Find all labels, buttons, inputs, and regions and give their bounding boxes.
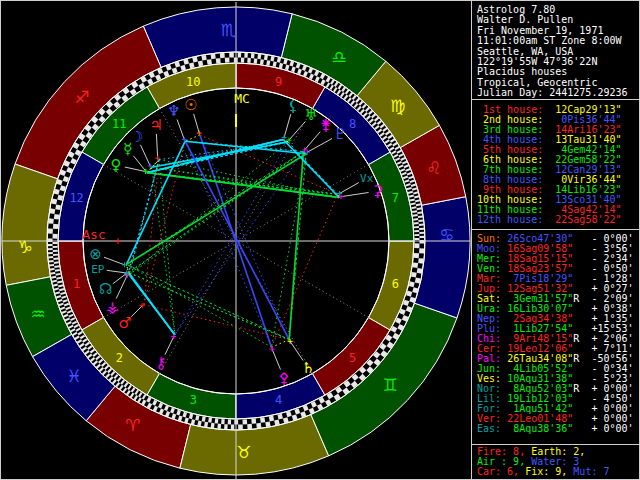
degree-tick [54,265,59,268]
degree-tick [53,254,58,256]
degree-tick [120,379,125,384]
planet-position: 8Aqu38'36" [507,423,573,434]
header-line-8: Julian Day: 2441275.29236 [477,88,628,98]
degree-tick [402,161,407,165]
degree-tick [178,416,183,422]
degree-tick [392,142,397,147]
aspect-line-conjunction-saturn-pallas [271,340,289,348]
mars-glyph: ♂ [118,314,131,332]
degree-tick [414,230,419,232]
degree-tick [347,97,352,102]
aspect-line-sextile-jupiter-vesta [129,160,159,275]
degree-tick [48,252,53,254]
header-text: Walter D. Pullen [477,14,573,25]
header-text: Astrolog 7.80 [477,4,555,15]
pointer-venus [125,167,146,172]
degree-tick [51,198,57,204]
sign-glyph-virgo: ♍ [390,96,405,116]
degree-tick [49,260,54,263]
pallas-glyph: ⚴ [278,369,289,387]
house-number-10: 10 [186,75,200,89]
house-number-5: 5 [349,351,356,365]
sign-glyph-capricorn: ♑ [17,237,32,257]
aspect-line-opposition-sun-saturn [200,135,289,340]
vertex-glyph: Vx [360,172,374,185]
degree-tick [418,258,424,263]
degree-tick [404,179,409,183]
panel-divider [471,1,472,480]
degree-tick [208,417,212,422]
degree-tick [211,54,216,60]
degree-tick [56,277,61,280]
degree-tick [68,314,73,318]
degree-tick [59,288,64,291]
degree-tick [279,63,283,69]
degree-tick [377,128,382,133]
degree-tick [195,415,199,421]
degree-tick [357,106,362,111]
house-label: 12th house: [477,214,543,225]
degree-tick [391,150,396,154]
degree-tick [405,183,410,186]
degree-tick [269,416,274,422]
degree-tick [283,59,288,65]
aspect-line-conjunction-sun-neptune [185,135,200,141]
degree-tick [408,191,413,194]
degree-tick [398,165,403,169]
degree-tick [405,168,410,172]
degree-tick [401,172,406,176]
degree-tick [197,421,201,427]
sign-glyph-leo: ♌ [426,158,441,178]
degree-tick [61,310,66,314]
degree-tick [78,331,83,335]
degree-tick [238,424,243,429]
degree-tick [66,321,71,325]
degree-tick [54,214,60,219]
degree-tick [354,103,359,108]
degree-tick [202,416,206,421]
degree-tick [198,61,203,67]
degree-tick [413,191,418,194]
degree-tick [85,342,90,347]
house-number-9: 9 [275,75,282,89]
degree-tick [134,395,139,400]
degree-tick [274,419,280,425]
degree-tick [50,272,55,275]
degree-tick [277,414,283,420]
sign-glyph-pisces: ♓ [66,366,81,386]
degree-tick [403,176,408,180]
degree-tick [419,248,424,253]
degree-tick [247,424,252,429]
degree-tick [53,250,58,252]
degree-tick [419,228,424,230]
degree-tick [270,56,274,62]
degree-tick [134,390,139,395]
pointer-ceres [341,193,369,197]
degree-tick [329,85,333,90]
header-text: Julian Day: 2441275.29236 [477,87,628,98]
degree-tick [385,131,390,136]
degree-tick [289,61,294,67]
degree-tick [216,58,221,63]
degree-tick [77,339,82,344]
pointer-neptune [177,119,184,139]
degree-tick [417,268,423,274]
degree-tick [265,421,270,427]
asc-label: Asc [82,227,105,242]
degree-tick [53,258,58,260]
pointer-fortune [104,257,124,265]
degree-tick [72,321,77,325]
degree-tick [415,199,420,202]
degree-tick [72,332,77,336]
vesta-glyph: ⚶ [106,298,119,316]
degree-tick [56,295,61,298]
degree-tick [372,122,377,127]
degree-tick [411,183,416,186]
header-text: Placidus houses [477,66,567,77]
house-number-3: 3 [190,393,197,407]
degree-tick [68,325,73,329]
degree-tick [242,419,247,424]
degree-tick [291,66,296,72]
degree-tick [400,168,405,172]
degree-tick [419,232,424,234]
